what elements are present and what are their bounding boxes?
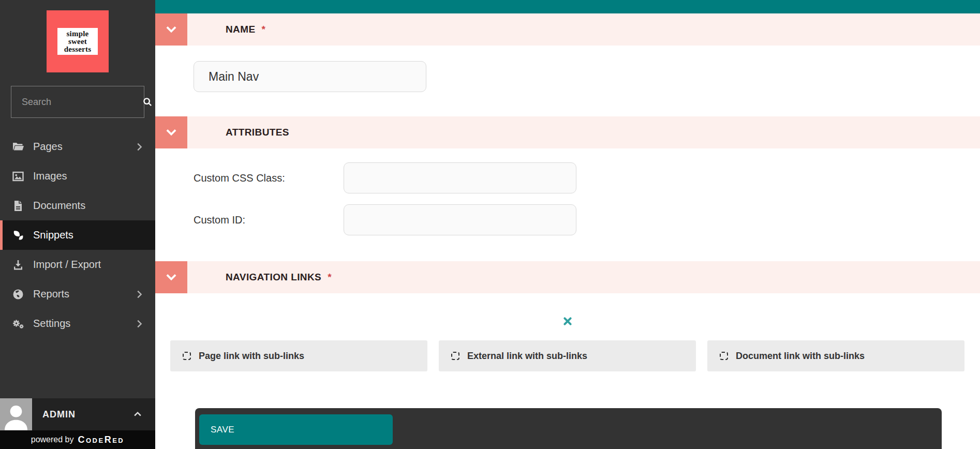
document-icon: [11, 199, 25, 213]
chevron-right-icon: [133, 141, 145, 153]
chevron-right-icon: [133, 289, 145, 300]
save-button[interactable]: SAVE: [199, 414, 393, 445]
powered-by-brand: CodeRed: [78, 435, 124, 445]
gears-icon: [11, 317, 25, 331]
logo-line: simple: [67, 30, 89, 38]
add-block-label: Page link with sub-links: [199, 351, 304, 362]
section-title: NAME: [226, 24, 256, 35]
site-logo[interactable]: simple sweet desserts: [47, 10, 109, 72]
custom-css-class-label: Custom CSS Class:: [194, 162, 285, 193]
site-logo-text: simple sweet desserts: [57, 28, 98, 55]
sidebar-item-reports[interactable]: Reports: [0, 279, 155, 309]
download-icon: [11, 258, 25, 272]
collapse-navigation-links-section-button[interactable]: [155, 261, 187, 293]
section-header-navigation-links: NAVIGATION LINKS *: [155, 261, 980, 293]
app-window: simple sweet desserts: [0, 0, 980, 449]
image-icon: [11, 170, 25, 183]
required-marker: *: [328, 272, 331, 283]
chevron-up-icon: [132, 409, 143, 420]
stream-block-icon: [720, 352, 728, 360]
chevron-right-icon: [133, 318, 145, 330]
powered-by-prefix: powered by: [31, 435, 74, 444]
search-input[interactable]: [11, 97, 142, 108]
sidebar-item-import-export[interactable]: Import / Export: [0, 250, 155, 279]
logo-line: desserts: [64, 46, 91, 53]
add-external-link-block-button[interactable]: External link with sub-links: [439, 340, 696, 371]
snippets-leaf-icon: [11, 229, 25, 242]
add-block-label: Document link with sub-links: [736, 351, 865, 362]
add-document-link-block-button[interactable]: Document link with sub-links: [707, 340, 964, 371]
search-icon: [142, 96, 153, 108]
globe-icon: [11, 288, 25, 301]
stream-block-icon: [451, 352, 459, 360]
chevron-down-icon: [164, 22, 179, 37]
sidebar-item-pages[interactable]: Pages: [0, 132, 155, 161]
powered-by-link[interactable]: powered by CodeRed: [0, 430, 155, 449]
custom-css-class-field[interactable]: [344, 162, 576, 193]
folder-open-icon: [11, 140, 25, 154]
collapse-attributes-section-button[interactable]: [155, 116, 187, 148]
collapse-name-section-button[interactable]: [155, 13, 187, 46]
sidebar-item-images[interactable]: Images: [0, 161, 155, 191]
custom-id-label: Custom ID:: [194, 204, 245, 235]
sidebar-item-label: Images: [33, 170, 155, 182]
sidebar-item-snippets[interactable]: Snippets: [0, 220, 155, 250]
sidebar-search: [11, 86, 144, 118]
delete-block-button[interactable]: [559, 312, 576, 330]
add-block-label: External link with sub-links: [467, 351, 587, 362]
add-page-link-block-button[interactable]: Page link with sub-links: [170, 340, 427, 371]
sidebar-item-label: Import / Export: [33, 259, 155, 271]
sidebar-item-label: Reports: [33, 288, 133, 300]
logo-line: sweet: [68, 38, 87, 46]
chevron-down-icon: [164, 270, 179, 285]
form-action-bar: SAVE: [195, 408, 942, 449]
custom-id-field[interactable]: [344, 204, 576, 235]
top-teal-bar: [155, 0, 980, 13]
search-submit-button[interactable]: [142, 86, 153, 117]
section-header-attributes: ATTRIBUTES: [155, 116, 980, 148]
sidebar-item-label: Snippets: [33, 229, 155, 241]
sidebar-item-documents[interactable]: Documents: [0, 191, 155, 220]
avatar: [0, 398, 32, 430]
sidebar-item-settings[interactable]: Settings: [0, 309, 155, 338]
section-title: ATTRIBUTES: [226, 127, 289, 138]
main-content: NAME * ATTRIBUTES Custom CSS Class: Cust…: [155, 0, 980, 449]
account-menu-toggle[interactable]: ADMIN: [0, 398, 155, 430]
close-x-icon: [563, 317, 572, 326]
name-field[interactable]: [194, 61, 426, 92]
account-label: ADMIN: [42, 409, 132, 420]
sidebar-item-label: Documents: [33, 200, 155, 212]
stream-block-icon: [183, 352, 191, 360]
sidebar-item-label: Pages: [33, 141, 133, 153]
section-header-name: NAME *: [155, 13, 980, 46]
sidebar-item-label: Settings: [33, 318, 133, 330]
chevron-down-icon: [164, 125, 179, 140]
section-title: NAVIGATION LINKS: [226, 272, 321, 283]
required-marker: *: [262, 24, 265, 35]
sidebar-menu: Pages Images: [0, 132, 155, 338]
sidebar: simple sweet desserts: [0, 0, 155, 449]
